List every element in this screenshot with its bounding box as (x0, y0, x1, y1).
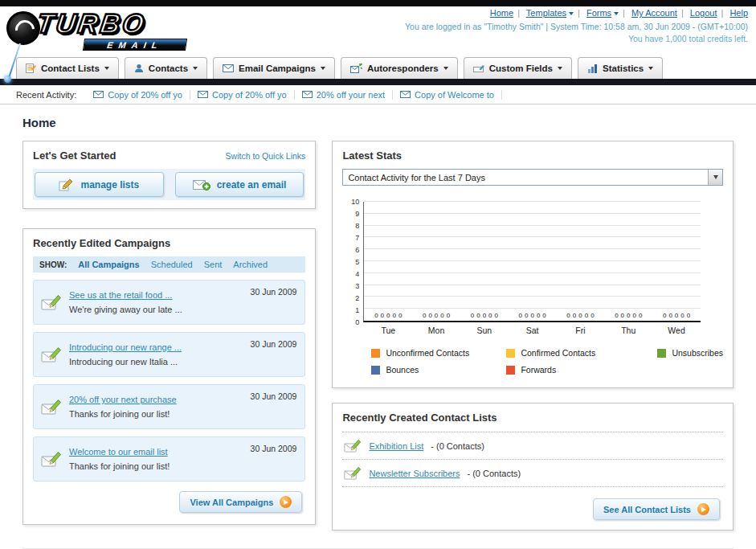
campaign-row[interactable]: Introducing our new range ... Introducin… (33, 332, 305, 377)
chart-bar-value: 0 (615, 312, 618, 319)
tab-contact-lists[interactable]: Contact Lists (16, 57, 119, 79)
link-templates[interactable]: Templates (526, 8, 566, 18)
chart-bar-value: 0 (488, 312, 492, 319)
contact-list-row[interactable]: Newsletter Subscribers - (0 Contacts) (342, 460, 723, 487)
see-all-contact-lists-label: See All Contact Lists (603, 505, 691, 514)
campaign-date: 30 Jun 2009 (251, 287, 297, 297)
recent-activity-link[interactable]: 20% off your next (317, 90, 385, 100)
recent-activity-link[interactable]: Copy of Welcome to (415, 90, 494, 100)
contact-list-row[interactable]: Exhibition List - (0 Contacts) (342, 432, 723, 460)
chart-x-tick-label: Fri (557, 322, 605, 335)
recent-campaigns-title: Recently Edited Campaigns (33, 237, 305, 249)
email-campaigns-icon (223, 64, 234, 72)
autoresponders-icon (350, 64, 362, 73)
chevron-down-icon (443, 67, 448, 70)
campaign-title-link[interactable]: Welcome to our email list (69, 447, 168, 457)
top-black-strip (0, 0, 756, 6)
link-help[interactable]: Help (729, 8, 748, 18)
chart-bar-value: 0 (566, 312, 570, 319)
chart-bar-value: 0 (590, 312, 594, 319)
campaign-title-link[interactable]: 20% off your next purchase (69, 395, 177, 404)
latest-stats-panel: Latest Stats Contact Activity for the La… (332, 141, 734, 388)
chart-legend-item: Confirmed Contacts (506, 348, 657, 358)
chevron-down-icon (104, 67, 109, 70)
link-home[interactable]: Home (490, 8, 513, 18)
legend-swatch (506, 349, 515, 358)
tab-label: Custom Fields (489, 64, 553, 73)
campaign-subtitle: We're giving away our late ... (69, 305, 182, 314)
tab-contacts[interactable]: Contacts (125, 57, 207, 79)
envelope-pencil-icon (41, 444, 62, 474)
chart-bar-value: 0 (519, 312, 522, 319)
statistics-icon (587, 64, 598, 73)
filter-all-campaigns[interactable]: All Campaigns (78, 260, 139, 269)
campaign-list: See us at the retail food ... We're givi… (33, 280, 305, 481)
campaign-title-link[interactable]: Introducing our new range ... (69, 342, 182, 352)
chart-bar-group: 00000 (557, 202, 605, 321)
chart-bar-value: 0 (374, 312, 378, 319)
chart-x-tick-label: Sat (509, 322, 557, 335)
app-window: TURBO EMAIL Home| Templates| Forms| My A… (0, 0, 756, 549)
chart-bar-value: 0 (668, 312, 672, 319)
campaign-title-link[interactable]: See us at the retail food ... (69, 290, 172, 300)
contact-list-link[interactable]: Newsletter Subscribers (369, 469, 460, 478)
chart-bar-value: 0 (525, 312, 528, 319)
chart-y-tick-label: 7 (355, 234, 359, 242)
create-email-button[interactable]: create an email (175, 172, 304, 197)
chart-bar-value: 0 (447, 312, 450, 319)
filter-archived[interactable]: Archived (233, 260, 268, 269)
campaign-date: 30 Jun 2009 (251, 444, 297, 453)
get-started-panel: Let's Get Started Switch to Quick Links … (22, 141, 316, 209)
recent-activity-label: Recent Activity: (16, 90, 76, 100)
campaign-row[interactable]: See us at the retail food ... We're givi… (33, 280, 305, 325)
filter-sent[interactable]: Sent (204, 260, 223, 269)
contact-list-count: - (0 Contacts) (467, 469, 521, 478)
header: TURBO EMAIL Home| Templates| Forms| My A… (0, 6, 756, 53)
chart-legend-item: Bounces (371, 365, 506, 375)
campaign-date: 30 Jun 2009 (251, 339, 297, 349)
top-links: Home| Templates| Forms| My Account| Logo… (405, 6, 748, 18)
custom-fields-icon (473, 64, 484, 73)
switch-quick-links-link[interactable]: Switch to Quick Links (226, 151, 306, 161)
link-logout[interactable]: Logout (690, 8, 717, 18)
tab-autoresponders[interactable]: Autoresponders (341, 57, 458, 79)
chevron-down-icon (193, 67, 198, 70)
link-my-account[interactable]: My Account (631, 8, 677, 18)
envelope-icon (93, 91, 104, 98)
contact-list: Exhibition List - (0 Contacts) Newslette… (342, 432, 723, 487)
recent-activity-item: Copy of 20% off yo (86, 90, 190, 100)
recent-activity-link[interactable]: Copy of 20% off yo (108, 90, 182, 100)
recent-activity-item: Copy of Welcome to (393, 90, 502, 100)
stats-period-select[interactable]: Contact Activity for the Last 7 Days (342, 169, 723, 186)
tab-email-campaigns[interactable]: Email Campaigns (213, 57, 335, 79)
chart-bar-value: 0 (398, 312, 402, 319)
campaign-row[interactable]: Welcome to our email list Thanks for joi… (33, 436, 305, 481)
chart-bar-value: 0 (471, 312, 474, 319)
chart-y-tick-label: 2 (355, 294, 359, 302)
tab-label: Autoresponders (367, 64, 439, 73)
nav-dark-bar (0, 79, 756, 85)
legend-swatch (506, 366, 515, 375)
chevron-down-icon (321, 67, 325, 70)
tab-custom-fields[interactable]: Custom Fields (464, 57, 572, 79)
manage-lists-button[interactable]: manage lists (35, 172, 164, 197)
envelope-pencil-icon (344, 465, 362, 481)
tab-statistics[interactable]: Statistics (578, 57, 663, 79)
recent-activity-link[interactable]: Copy of 20% off yo (212, 90, 287, 100)
campaign-row[interactable]: 20% off your next purchase Thanks for jo… (33, 384, 305, 429)
chart-bar-group: 00000 (364, 202, 412, 321)
contact-lists-icon (26, 64, 36, 73)
legend-swatch (371, 349, 380, 358)
envelope-pencil-icon (344, 438, 362, 453)
campaign-subtitle: Introducing our new Italia ... (69, 357, 182, 367)
view-all-campaigns-button[interactable]: View All Campaigns (179, 491, 302, 513)
chart-y-axis: 012345678910 (342, 202, 363, 322)
see-all-contact-lists-button[interactable]: See All Contact Lists (593, 498, 720, 520)
legend-label: Unconfirmed Contacts (386, 348, 469, 358)
link-forms[interactable]: Forms (586, 8, 611, 18)
filter-scheduled[interactable]: Scheduled (151, 260, 193, 269)
campaign-date: 30 Jun 2009 (251, 391, 297, 401)
contact-list-link[interactable]: Exhibition List (369, 441, 423, 451)
envelope-icon (198, 91, 208, 98)
envelope-icon (400, 91, 411, 98)
